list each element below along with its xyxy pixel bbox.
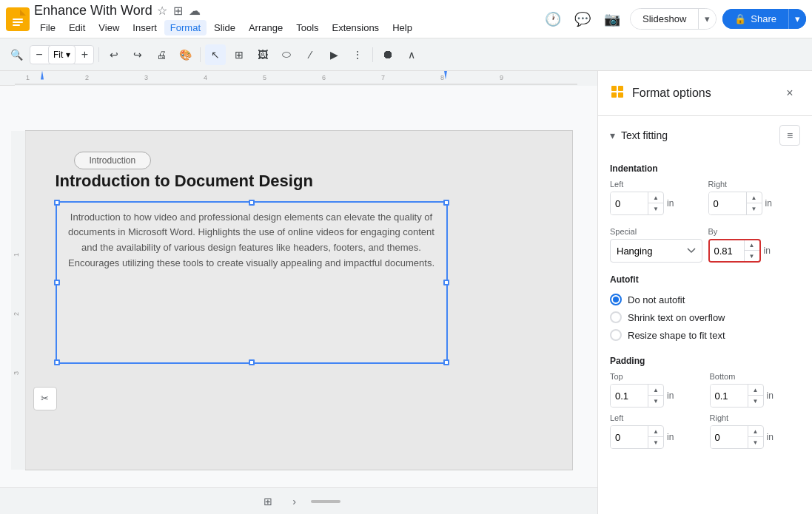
radio-resize[interactable] <box>610 329 622 341</box>
zoom-minus[interactable]: − <box>30 46 48 64</box>
by-down[interactable]: ▼ <box>745 251 759 262</box>
padding-right-input[interactable] <box>711 426 748 448</box>
resize-handle-tl[interactable] <box>54 200 60 206</box>
format-close-button[interactable]: × <box>779 83 800 104</box>
menu-edit[interactable]: Edit <box>63 20 91 35</box>
text-box-content: Introduction to how video and profession… <box>57 203 446 279</box>
section-icon[interactable]: ≡ <box>779 125 800 146</box>
slideshow-button[interactable]: Slideshow <box>631 9 698 29</box>
indent-right-up[interactable]: ▲ <box>747 192 762 203</box>
special-select[interactable]: None Hanging First line <box>610 239 702 263</box>
indent-left-up[interactable]: ▲ <box>648 192 663 203</box>
collapse-btn[interactable]: ∧ <box>401 44 422 65</box>
menu-extensions[interactable]: Extensions <box>326 20 386 35</box>
format-panel-title: Format options <box>632 87 772 100</box>
padding-top-input-group: ▲ ▼ <box>610 384 664 408</box>
padding-left-down[interactable]: ▼ <box>648 437 663 448</box>
resize-handle-ml[interactable] <box>54 280 60 285</box>
cursor-tool[interactable]: ↖ <box>205 44 226 65</box>
indent-right-label: Right <box>708 180 801 189</box>
padding-bottom-up[interactable]: ▲ <box>748 385 763 396</box>
slide-title[interactable]: Introduction to Document Design <box>56 172 313 191</box>
separator-1 <box>98 47 99 62</box>
padding-bottom-spinners: ▲ ▼ <box>748 385 763 407</box>
history-icon[interactable]: 🕐 <box>541 7 565 31</box>
indent-left-input[interactable] <box>611 192 648 214</box>
special-label: Special <box>610 227 702 236</box>
resize-handle-mr[interactable] <box>443 280 449 285</box>
line-tool[interactable]: ∕ <box>300 44 321 65</box>
padding-left-input[interactable] <box>611 426 648 448</box>
radio-do-not-autofit[interactable] <box>610 294 622 305</box>
side-icon[interactable]: ✂ <box>33 387 57 410</box>
search-tool[interactable]: 🔍 <box>6 44 27 65</box>
menu-insert[interactable]: Insert <box>127 20 163 35</box>
resize-handle-tc[interactable] <box>249 200 255 206</box>
record-btn[interactable]: ⏺ <box>378 44 398 65</box>
cloud-icon[interactable]: ☁ <box>189 4 201 18</box>
grid-view-btn[interactable]: ⊞ <box>258 491 278 512</box>
menu-help[interactable]: Help <box>386 20 418 35</box>
menu-view[interactable]: View <box>93 20 125 35</box>
menu-format[interactable]: Format <box>164 20 207 35</box>
radio-shrink[interactable] <box>610 311 622 323</box>
resize-handle-bc[interactable] <box>249 359 255 365</box>
autofit-option-3[interactable]: Resize shape to fit text <box>610 326 800 344</box>
svg-text:8: 8 <box>440 74 444 81</box>
by-input[interactable] <box>710 240 744 261</box>
star-icon[interactable]: ☆ <box>157 4 167 18</box>
padding-top-up[interactable]: ▲ <box>648 385 663 396</box>
move-tool[interactable]: ⊞ <box>229 44 249 65</box>
image-tool[interactable]: 🖼 <box>252 44 273 65</box>
zoom-select[interactable]: Fit ▾ <box>48 45 76 64</box>
resize-handle-tr[interactable] <box>443 200 449 206</box>
indent-left-down[interactable]: ▼ <box>648 203 663 214</box>
indent-right-input-group: ▲ ▼ <box>708 192 762 215</box>
padding-bottom-input[interactable] <box>711 385 748 407</box>
zoom-plus[interactable]: + <box>76 46 93 64</box>
redo-btn[interactable]: ↪ <box>127 44 148 65</box>
text-box[interactable]: Introduction to how video and profession… <box>56 201 448 364</box>
padding-top-input[interactable] <box>611 385 648 407</box>
padding-left-up[interactable]: ▲ <box>648 426 663 437</box>
print-btn[interactable]: 🖨 <box>151 44 172 65</box>
svg-text:1: 1 <box>13 252 20 256</box>
comment-icon[interactable]: 💬 <box>571 7 594 31</box>
indentation-title: Indentation <box>610 163 800 174</box>
share-dropdown[interactable]: ▾ <box>788 9 806 29</box>
padding-right-up[interactable]: ▲ <box>748 426 763 437</box>
by-up[interactable]: ▲ <box>745 240 759 251</box>
shape-tool[interactable]: ⬭ <box>276 44 297 65</box>
svg-text:2: 2 <box>13 311 20 315</box>
resize-handle-bl[interactable] <box>54 359 60 365</box>
indent-right-input[interactable] <box>709 192 746 214</box>
share-button[interactable]: 🔒 Share <box>722 9 788 29</box>
radio-dot <box>613 297 619 302</box>
menu-slide[interactable]: Slide <box>208 20 241 35</box>
padding-right-down[interactable]: ▼ <box>748 437 763 448</box>
folder-icon[interactable]: ⊞ <box>173 4 183 18</box>
padding-bottom-down[interactable]: ▼ <box>748 396 763 407</box>
padding-left-unit: in <box>667 432 674 442</box>
camera-icon[interactable]: 📷 <box>600 7 624 31</box>
slideshow-dropdown[interactable]: ▾ <box>698 9 716 29</box>
by-label: By <box>708 227 801 236</box>
resize-handle-br[interactable] <box>443 359 449 365</box>
by-unit: in <box>764 246 771 256</box>
menu-arrange[interactable]: Arrange <box>243 20 289 35</box>
autofit-option-2[interactable]: Shrink text on overflow <box>610 308 800 326</box>
undo-btn[interactable]: ↩ <box>104 44 124 65</box>
text-fitting-section-header[interactable]: ▾ Text fitting ≡ <box>598 116 812 155</box>
next-slide-btn[interactable]: › <box>284 491 305 512</box>
doc-title-area: Enhance With Word ☆ ⊞ ☁ File Edit View I… <box>34 3 537 35</box>
indent-right-down[interactable]: ▼ <box>747 203 762 214</box>
more-tool[interactable]: ⋮ <box>347 44 368 65</box>
menu-tools[interactable]: Tools <box>290 20 324 35</box>
padding-bottom-input-group: ▲ ▼ <box>710 384 764 408</box>
menu-file[interactable]: File <box>34 20 61 35</box>
video-tool[interactable]: ▶ <box>323 44 344 65</box>
slide-editor: 1 2 3 4 5 6 7 8 9 <box>0 71 597 514</box>
padding-top-down[interactable]: ▼ <box>648 396 663 407</box>
autofit-option-1[interactable]: Do not autofit <box>610 291 800 308</box>
paint-format-btn[interactable]: 🎨 <box>175 44 195 65</box>
